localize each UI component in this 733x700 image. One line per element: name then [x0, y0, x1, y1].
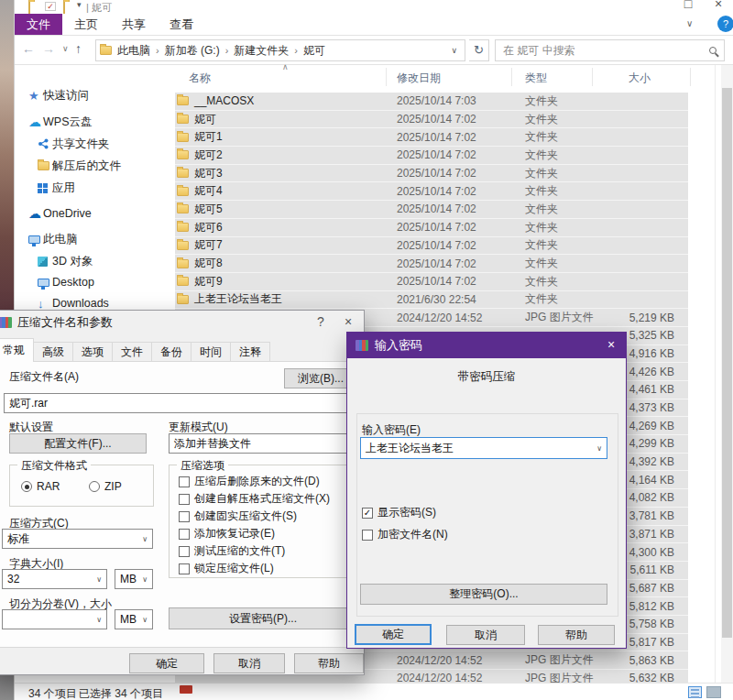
rar-option-checkbox[interactable]: 压缩后删除原来的文件(D) — [179, 474, 320, 489]
rar-option-checkbox[interactable]: 测试压缩的文件(T) — [179, 543, 285, 559]
password-input[interactable]: 上老王论坛当老王 ∨ — [360, 437, 607, 459]
history-dropdown-icon[interactable]: ∨ — [62, 44, 69, 53]
file-row[interactable]: 妮可42025/10/14 7:02文件夹 — [175, 182, 688, 201]
compression-method-select[interactable]: 标准 ∨ — [2, 529, 153, 549]
dictionary-size-select[interactable]: 32 ∨ — [2, 569, 107, 589]
column-header-date[interactable]: 修改日期 — [397, 71, 441, 86]
sidebar-item-this-pc[interactable]: 此电脑 — [15, 230, 175, 248]
forward-icon[interactable]: → — [42, 41, 55, 56]
compression-method-dropdown-icon[interactable]: ∨ — [142, 535, 148, 543]
sidebar-item-desktop[interactable]: Desktop — [15, 273, 175, 291]
split-size-input[interactable]: ∨ — [2, 609, 107, 629]
rar-tab-常规[interactable]: 常规 — [0, 338, 34, 362]
column-header-name[interactable]: 名称 — [189, 71, 211, 86]
address-dropdown-icon[interactable]: ∨ — [447, 46, 461, 55]
refresh-button[interactable]: ↻ — [469, 39, 489, 61]
file-row[interactable]: __MACOSX2025/10/14 7:03文件夹 — [175, 93, 688, 111]
breadcrumb-segment[interactable]: 此电脑 — [112, 43, 156, 59]
breadcrumb-segment[interactable]: 妮可 — [298, 43, 331, 59]
search-input[interactable]: 在 妮可 中搜索 — [495, 39, 725, 61]
dictionary-unit-dropdown-icon[interactable]: ∨ — [142, 575, 148, 584]
maximize-button[interactable]: □ — [679, 0, 697, 11]
ribbon-tab-主页[interactable]: 主页 — [62, 14, 110, 35]
rar-help-button[interactable]: 帮助 — [294, 653, 364, 673]
file-row[interactable]: 妮可22025/10/14 7:02文件夹 — [175, 147, 688, 165]
back-icon[interactable]: ← — [22, 41, 35, 56]
rar-tab-注释[interactable]: 注释 — [230, 342, 270, 362]
rar-tab-高级[interactable]: 高级 — [33, 342, 73, 362]
rar-close-icon[interactable]: × — [340, 314, 356, 329]
ribbon-tab-共享[interactable]: 共享 — [110, 14, 158, 35]
breadcrumb-segment[interactable]: 新建文件夹 — [228, 43, 294, 59]
set-password-button[interactable]: 设置密码(P)... — [169, 607, 357, 629]
file-type: 文件夹 — [525, 202, 558, 217]
ribbon-tab-文件[interactable]: 文件 — [15, 14, 62, 35]
rar-option-checkbox[interactable]: 锁定压缩文件(L) — [179, 561, 274, 576]
sidebar-item-quick-access[interactable]: ★快速访问 — [15, 86, 175, 104]
rar-tab-选项[interactable]: 选项 — [72, 342, 113, 362]
split-unit-select[interactable]: MB ∨ — [115, 609, 153, 629]
close-button[interactable]: × — [709, 0, 728, 11]
encrypt-filenames-checkbox[interactable]: 加密文件名(N) — [362, 527, 448, 542]
up-icon[interactable]: ↑ — [75, 41, 82, 56]
format-radio-RAR[interactable]: RAR — [21, 480, 60, 493]
rar-tab-时间[interactable]: 时间 — [191, 342, 231, 362]
details-view-button[interactable] — [688, 686, 702, 698]
file-row[interactable]: 妮可52025/10/14 7:02文件夹 — [175, 201, 688, 219]
organize-passwords-button[interactable]: 整理密码(O)... — [360, 584, 607, 605]
scrollbar-thumb[interactable] — [722, 88, 732, 638]
thumbnail-view-button[interactable] — [706, 686, 721, 698]
split-size-dropdown-icon[interactable]: ∨ — [96, 616, 102, 624]
password-cancel-button[interactable]: 取消 — [446, 625, 525, 645]
update-mode-select[interactable]: 添加并替换文件 ∨ — [169, 433, 357, 454]
dictionary-unit-select[interactable]: MB ∨ — [115, 569, 153, 589]
password-ok-button[interactable]: 确定 — [355, 624, 432, 645]
ribbon-tab-查看[interactable]: 查看 — [158, 14, 205, 35]
sidebar-item-label: WPS云盘 — [43, 115, 92, 130]
file-row[interactable]: 妮可92025/10/14 7:02文件夹 — [175, 273, 688, 291]
column-header-size[interactable]: 大小 — [629, 71, 651, 86]
file-row[interactable]: 妮可2025/10/14 7:02文件夹 — [175, 111, 688, 129]
file-row[interactable]: 妮可82025/10/14 7:02文件夹 — [175, 255, 688, 273]
password-close-icon[interactable]: × — [602, 337, 620, 352]
sidebar-item-3d-objects[interactable]: 3D 对象 — [15, 252, 175, 270]
vertical-scrollbar[interactable] — [721, 65, 733, 683]
column-header-type[interactable]: 类型 — [525, 71, 547, 86]
file-row[interactable]: 妮可62025/10/14 7:02文件夹 — [175, 219, 688, 237]
show-password-checkbox[interactable]: ✓显示密码(S) — [362, 505, 436, 520]
dictionary-size-dropdown-icon[interactable]: ∨ — [96, 575, 102, 584]
split-unit-dropdown-icon[interactable]: ∨ — [142, 616, 148, 624]
collapse-ribbon-icon[interactable]: ∨ — [686, 18, 693, 28]
file-row[interactable]: 上老王论坛当老王2021/6/30 22:54文件夹 — [175, 291, 688, 310]
format-radio-ZIP[interactable]: ZIP — [89, 480, 122, 493]
archive-name-input[interactable]: 妮可.rar ∨ — [4, 393, 357, 413]
sidebar-item-shared-folder[interactable]: 共享文件夹 — [15, 135, 175, 153]
rar-option-checkbox[interactable]: 创建自解压格式压缩文件(X) — [179, 491, 330, 507]
qat-folder2-icon[interactable] — [63, 1, 65, 14]
rar-tab-文件[interactable]: 文件 — [112, 342, 152, 362]
file-row[interactable]: 妮可72025/10/14 7:02文件夹 — [175, 237, 688, 256]
rar-cancel-button[interactable]: 取消 — [213, 653, 285, 673]
rar-tab-备份[interactable]: 备份 — [151, 342, 191, 362]
password-help-button[interactable]: 帮助 — [538, 625, 615, 645]
file-date: 2021/6/30 22:54 — [397, 293, 476, 306]
rar-help-icon[interactable]: ? — [312, 314, 329, 329]
profiles-button[interactable]: 配置文件(F)... — [9, 433, 147, 454]
file-row[interactable]: 妮可32025/10/14 7:02文件夹 — [175, 165, 688, 183]
search-icon[interactable] — [709, 47, 717, 54]
rar-ok-button[interactable]: 确定 — [129, 653, 204, 673]
password-dropdown-icon[interactable]: ∨ — [596, 444, 602, 453]
qat-folder-icon[interactable] — [28, 1, 30, 14]
sidebar-item-onedrive[interactable]: ☁OneDrive — [15, 204, 175, 223]
file-row[interactable]: 妮可12025/10/14 7:02文件夹 — [175, 128, 688, 147]
breadcrumb-segment[interactable]: 新加卷 (G:) — [159, 43, 225, 59]
sidebar-item-extracted-files[interactable]: 解压后的文件 — [15, 157, 175, 175]
qat-caret-icon[interactable]: ▾ — [77, 0, 82, 9]
rar-option-checkbox[interactable]: 创建固实压缩文件(S) — [179, 509, 297, 524]
sidebar-item-apps[interactable]: 应用 — [15, 179, 175, 197]
sidebar-item-wps-cloud[interactable]: ☁WPS云盘 — [15, 113, 175, 131]
breadcrumb[interactable]: 此电脑›新加卷 (G:)›新建文件夹›妮可 ∨ — [95, 39, 465, 61]
help-icon[interactable]: ? — [717, 16, 733, 32]
qat-check-icon[interactable]: ✓ — [45, 2, 56, 11]
rar-option-checkbox[interactable]: 添加恢复记录(E) — [179, 526, 275, 541]
